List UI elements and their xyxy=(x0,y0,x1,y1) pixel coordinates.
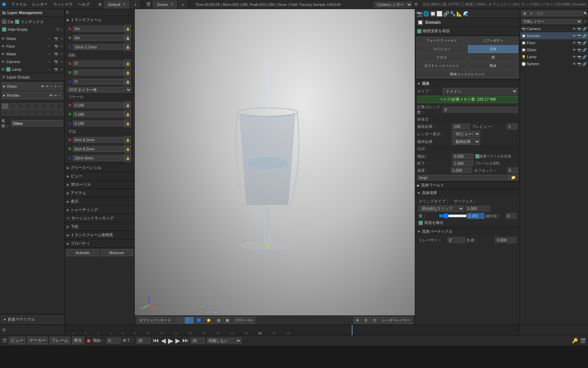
subdiv-input[interactable] xyxy=(506,213,516,219)
app-icon[interactable]: 🔷 xyxy=(0,0,8,9)
render-icon-glass[interactable]: 📷 xyxy=(53,36,59,41)
overlay-btn-1[interactable]: ▤ xyxy=(215,317,223,324)
props-icon-world[interactable]: 🔲 xyxy=(430,11,436,16)
scene-obj-domain[interactable]: 🔲 Domain 👁 📷 🔗 xyxy=(520,32,588,39)
threads-input[interactable] xyxy=(443,107,518,113)
phys-btn-rbconstraint[interactable]: 剛体コンストレイント xyxy=(416,70,518,78)
dim-x-lock[interactable]: 🔒 xyxy=(125,136,131,144)
phys-btn-smoke[interactable]: 煙 xyxy=(468,54,519,61)
path-browse-btn[interactable]: 📁 xyxy=(509,175,518,180)
tp-section-toggle[interactable]: ▶ トランスフォーム xyxy=(65,16,134,23)
rot-y-lock[interactable]: 🔒 xyxy=(125,69,131,76)
grid-cell-14[interactable] xyxy=(48,110,55,115)
outliner-icon-2[interactable]: ≡ xyxy=(528,11,534,16)
props-icon-object[interactable]: ⬜ xyxy=(436,11,442,16)
phys-btn-rigidbody[interactable]: 剛体 xyxy=(468,62,519,70)
outliner-icon-1[interactable]: ⊞ xyxy=(522,11,528,16)
props-icon-constraints[interactable]: 🔗 xyxy=(443,11,449,16)
name-input[interactable] xyxy=(11,120,63,127)
dim-z-input[interactable] xyxy=(73,155,125,161)
loc-y-input[interactable] xyxy=(73,35,125,41)
partial-slip-select[interactable]: 部分的なスリップ スリップなし xyxy=(419,205,464,212)
preview-input[interactable] xyxy=(507,124,517,129)
render-group-edit-icon[interactable]: ✏ xyxy=(54,94,57,97)
final-select[interactable]: 最終結果 xyxy=(452,138,480,145)
eye-icon-water[interactable]: 👁 xyxy=(1,52,5,56)
hide-empty-checkbox[interactable] xyxy=(2,27,6,32)
bubble-checkbox[interactable] xyxy=(419,221,423,225)
layer-item-glass[interactable]: 👁 Glass ↔ 📷 ✕ xyxy=(0,35,64,42)
floor-render-icon[interactable]: 📷 xyxy=(577,41,581,45)
new-material-row[interactable]: ▼ 新規マテリアル xyxy=(1,316,63,323)
phys-btn-collision[interactable]: コリジョン xyxy=(416,45,467,53)
scale-z-input[interactable] xyxy=(73,121,125,126)
dim-y-input[interactable] xyxy=(73,146,125,152)
grid-cell-2[interactable] xyxy=(17,103,24,109)
scale-y-lock[interactable]: 🔒 xyxy=(125,110,131,118)
accordion-header-5[interactable]: ▶ シェーディング xyxy=(65,206,134,214)
jump-end-btn[interactable]: ⏭ xyxy=(182,337,189,344)
amount-slider[interactable] xyxy=(439,213,467,219)
accordion-header-1[interactable]: ▶ ビュー xyxy=(65,172,134,180)
dim-y-lock[interactable]: 🔒 xyxy=(125,145,131,153)
filter-icon[interactable]: ▽ xyxy=(56,27,59,32)
start-input[interactable] xyxy=(452,154,473,159)
floor-vis-icon[interactable]: 👁 xyxy=(573,41,576,45)
speed-input[interactable] xyxy=(451,168,472,173)
offset-input[interactable] xyxy=(507,168,518,173)
group-vis-icon[interactable]: 👁 xyxy=(41,84,44,88)
grid-cell-11[interactable] xyxy=(25,110,32,115)
eye-icon-glass[interactable]: 👁 xyxy=(1,37,5,41)
scene-obj-glass[interactable]: 🔲 Glass 👁 📷 🔗 xyxy=(520,46,588,53)
layer-groups-arrow[interactable]: ▼ xyxy=(2,75,5,79)
amount-value-input[interactable] xyxy=(467,213,484,219)
group-x-icon[interactable]: ✕ xyxy=(50,84,53,88)
menu-window[interactable]: ウィンドウ xyxy=(50,0,75,9)
phys-btn-dpaint[interactable]: ダイナミックペイント xyxy=(416,62,467,70)
loc-x-lock[interactable]: 🔒 xyxy=(125,25,131,33)
grid-cell-5[interactable] xyxy=(40,103,47,109)
menu-file[interactable]: ファイル xyxy=(8,0,29,9)
props-icon-data[interactable]: 📐 xyxy=(456,11,462,16)
fluid-particle-header[interactable]: ▼ 流体パーティクル xyxy=(415,227,520,235)
menu-render[interactable]: レンダー xyxy=(29,0,50,9)
scale-x-lock[interactable]: 🔒 xyxy=(125,101,131,109)
loc-z-lock[interactable]: 🔒 xyxy=(125,43,131,51)
accordion-header-6[interactable]: ▼ モーショントラッキング xyxy=(65,214,134,222)
sync-select[interactable]: 同期しない オーディオ同期 xyxy=(207,338,241,343)
accordion-header-0[interactable]: ▶ グリースペンシル xyxy=(65,164,134,172)
grid-cell-10[interactable] xyxy=(17,110,24,115)
camera-render-icon[interactable]: 📷 xyxy=(577,27,581,31)
scene-obj-sphere[interactable]: ⚪ Sphere 👁 📷 🔗 xyxy=(520,60,588,67)
fluid-world-header[interactable]: ▶ 流体ワールド xyxy=(415,181,520,189)
props-icon-modifier[interactable]: 🔧 xyxy=(450,11,456,16)
move-icon-glass[interactable]: ↔ xyxy=(46,36,52,41)
path-input[interactable] xyxy=(417,175,509,180)
eye-icon-floor[interactable]: 👁 xyxy=(1,45,5,48)
props-icon-physics[interactable]: 🌊 xyxy=(463,11,469,16)
delete-icon-floor[interactable]: ✕ xyxy=(60,45,63,48)
accordion-header-3[interactable]: ▶ アイテム xyxy=(65,189,134,197)
layer-item-floor[interactable]: 👁 Floor ↔ 📷 ✕ xyxy=(0,42,64,50)
eye-icon-lamp[interactable]: 👁 xyxy=(1,68,5,71)
viewport-icon-2[interactable]: ☰ xyxy=(362,317,370,324)
group-edit-icon[interactable]: ✏ xyxy=(46,84,49,88)
record-icon[interactable]: ⏺ xyxy=(86,338,91,343)
tab-scene[interactable]: Scene ✕ xyxy=(153,0,177,9)
scale-z-lock[interactable]: 🔒 xyxy=(125,120,131,127)
generate-input[interactable] xyxy=(495,237,516,243)
loc-y-lock[interactable]: 🔒 xyxy=(125,34,131,42)
move-icon-water[interactable]: ↔ xyxy=(46,51,52,57)
lamp-link-icon[interactable]: 🔗 xyxy=(582,55,587,59)
render-group-x-icon[interactable]: ✕ xyxy=(58,94,61,97)
phys-btn-softbody[interactable]: ソフトボディ xyxy=(468,37,519,45)
prev-frame-btn[interactable]: ◀ xyxy=(161,337,166,345)
marker-btn[interactable]: マーカー xyxy=(27,337,48,344)
scene-obj-camera[interactable]: 📷 Camera 👁 📷 🔗 xyxy=(520,25,588,32)
scene-tab-add[interactable]: + xyxy=(178,0,189,9)
eye-icon-camera[interactable]: 👁 xyxy=(1,60,5,64)
rot-x-lock[interactable]: 🔒 xyxy=(125,60,131,67)
current-frame-input[interactable] xyxy=(191,338,205,343)
props-icon-scene[interactable]: 🌐 xyxy=(423,11,429,16)
max-res-input[interactable] xyxy=(452,124,470,129)
